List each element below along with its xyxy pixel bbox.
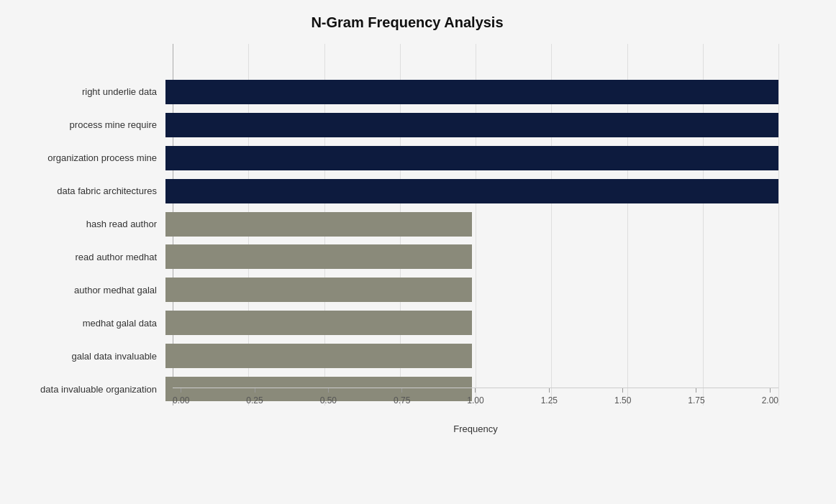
bar-row: organization process mine [7, 142, 778, 175]
x-tick-label: 1.50 [614, 395, 631, 406]
x-tick-line [255, 388, 255, 393]
bar-row: galal data invaluable [7, 339, 778, 372]
x-tick-line [622, 388, 623, 393]
x-tick-line [181, 388, 181, 393]
x-tick: 0.75 [394, 388, 410, 406]
bar-label: data invaluable organization [7, 384, 165, 395]
x-tick: 0.25 [246, 388, 263, 406]
bar-fill [165, 212, 472, 237]
bar-label: author medhat galal [7, 285, 165, 295]
bars-wrapper: right underlie dataprocess mine requireo… [7, 75, 778, 406]
x-tick: 1.00 [467, 388, 483, 406]
bar-label: organization process mine [7, 152, 165, 163]
bar-track [165, 344, 778, 368]
bar-row: hash read author [7, 208, 778, 241]
x-tick-line [401, 388, 402, 393]
bar-label: medhat galal data [7, 318, 165, 329]
x-axis-label: Frequency [173, 423, 778, 434]
bar-row: data fabric architectures [7, 175, 778, 208]
bar-fill [165, 179, 778, 203]
bar-track [165, 80, 778, 104]
bar-fill [165, 113, 778, 137]
bar-track [165, 311, 778, 335]
bar-track [165, 113, 778, 137]
bar-track [165, 179, 778, 203]
bar-label: right underlie data [7, 86, 165, 97]
bar-row: medhat galal data [7, 306, 778, 339]
x-tick-label: 0.50 [320, 395, 337, 406]
bar-fill [165, 80, 778, 104]
bar-label: read author medhat [7, 252, 165, 262]
bar-fill [165, 344, 472, 368]
x-tick-label: 0.25 [246, 395, 263, 406]
x-tick: 0.50 [320, 388, 337, 406]
x-tick: 1.25 [541, 388, 558, 406]
x-tick: 1.75 [688, 388, 704, 406]
bar-track [165, 146, 778, 170]
bar-label: galal data invaluable [7, 351, 165, 362]
bar-label: data fabric architectures [7, 185, 165, 196]
x-tick-line [549, 388, 550, 393]
bar-row: read author medhat [7, 241, 778, 274]
grid-line [778, 44, 779, 406]
x-tick-line [475, 388, 476, 393]
chart-title: N-Gram Frequency Analysis [7, 14, 807, 31]
x-tick: 0.00 [173, 388, 189, 406]
bar-track [165, 212, 778, 237]
x-tick-line [328, 388, 329, 393]
bar-row: right underlie data [7, 75, 778, 109]
bar-fill [165, 311, 472, 335]
x-tick: 2.00 [762, 388, 778, 406]
x-tick: 1.50 [614, 388, 631, 406]
x-tick-label: 0.75 [394, 395, 410, 406]
x-tick-label: 2.00 [762, 395, 778, 406]
bar-track [165, 278, 778, 302]
bar-fill [165, 146, 778, 170]
x-tick-label: 1.75 [688, 395, 704, 406]
bar-track [165, 244, 778, 269]
x-axis: 0.000.250.500.751.001.251.501.752.00 [173, 388, 778, 406]
x-tick-label: 1.25 [541, 395, 558, 406]
x-tick-label: 1.00 [467, 395, 483, 406]
bar-label: hash read author [7, 219, 165, 229]
x-tick-label: 0.00 [173, 395, 189, 406]
bar-fill [165, 244, 472, 269]
x-tick-line [770, 388, 771, 393]
bar-row: author medhat galal [7, 273, 778, 306]
x-tick-line [696, 388, 696, 393]
bar-fill [165, 278, 472, 302]
bar-row: process mine require [7, 109, 778, 142]
chart-container: N-Gram Frequency Analysis right underlie… [0, 0, 836, 504]
bar-label: process mine require [7, 119, 165, 130]
